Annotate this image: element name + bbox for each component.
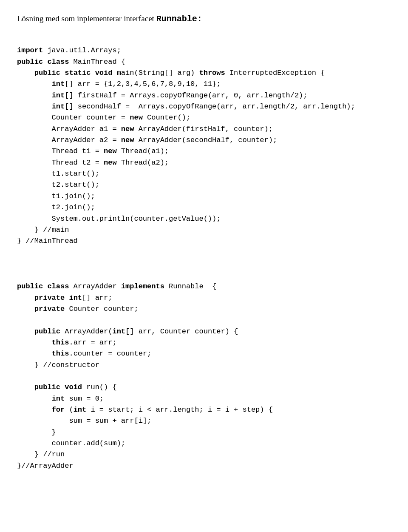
page-container: Lösning med som inplementerar interfacet… bbox=[17, 13, 391, 483]
line-for: for (int i = start; i < arr.length; i = … bbox=[17, 406, 273, 414]
line-close-arrayadder: }//ArrayAdder bbox=[17, 462, 74, 470]
line-private-arr: private int[] arr; bbox=[17, 294, 112, 302]
line-arrayadder-class: public class ArrayAdder implements Runna… bbox=[17, 282, 216, 290]
line-this-counter: this.counter = counter; bbox=[17, 350, 151, 358]
line-class: public class MainThread { bbox=[17, 58, 125, 66]
runnable-label: Runnable: bbox=[156, 14, 202, 24]
line-main: public static void main(String[] arg) th… bbox=[17, 69, 325, 77]
line-close-for: } bbox=[17, 428, 56, 436]
line-sum-update: sum = sum + arr[i]; bbox=[17, 417, 151, 425]
line-t1start: t1.start(); bbox=[17, 170, 99, 178]
line-println: System.out.println(counter.getValue()); bbox=[17, 215, 221, 223]
line-close-constructor: } //constructor bbox=[17, 361, 99, 369]
line-secondhalf: int[] secondHalf = Arrays.copyOfRange(ar… bbox=[17, 102, 355, 111]
line-counter: Counter counter = new Counter(); bbox=[17, 114, 190, 122]
line-arr: int[] arr = {1,2,3,4,5,6,7,8,9,10, 11}; bbox=[17, 80, 221, 88]
line-close-run: } //run bbox=[17, 450, 65, 458]
line-t1: Thread t1 = new Thread(a1); bbox=[17, 147, 169, 155]
code-section-1: import java.util.Arrays; public class Ma… bbox=[17, 34, 391, 258]
line-close-main: } //main bbox=[17, 226, 69, 234]
line-t2: Thread t2 = new Thread(a2); bbox=[17, 159, 169, 167]
line-a2: ArrayAdder a2 = new ArrayAdder(secondHal… bbox=[17, 136, 277, 144]
line-blank-2 bbox=[17, 372, 21, 380]
intro-paragraph: Lösning med som inplementerar interfacet… bbox=[17, 13, 391, 26]
line-private-counter: private Counter counter; bbox=[17, 305, 139, 313]
line-t2start: t2.start(); bbox=[17, 181, 99, 189]
line-firsthalf: int[] firstHalf = Arrays.copyOfRange(arr… bbox=[17, 91, 308, 100]
line-import: import java.util.Arrays; bbox=[17, 46, 121, 54]
line-t2join: t2.join(); bbox=[17, 203, 95, 211]
line-constructor-sig: public ArrayAdder(int[] arr, Counter cou… bbox=[17, 327, 238, 336]
intro-text: Lösning med som inplementerar interfacet bbox=[17, 14, 156, 23]
line-counter-add: counter.add(sum); bbox=[17, 439, 125, 447]
code-section-2: public class ArrayAdder implements Runna… bbox=[17, 270, 391, 483]
line-sum: int sum = 0; bbox=[17, 395, 104, 403]
line-a1: ArrayAdder a1 = new ArrayAdder(firstHalf… bbox=[17, 125, 273, 133]
line-t1join: t1.join(); bbox=[17, 192, 95, 200]
line-blank-1 bbox=[17, 316, 21, 324]
line-this-arr: this.arr = arr; bbox=[17, 339, 117, 347]
line-close-mainthread: } //MainThread bbox=[17, 237, 78, 245]
line-run-sig: public void run() { bbox=[17, 383, 117, 391]
